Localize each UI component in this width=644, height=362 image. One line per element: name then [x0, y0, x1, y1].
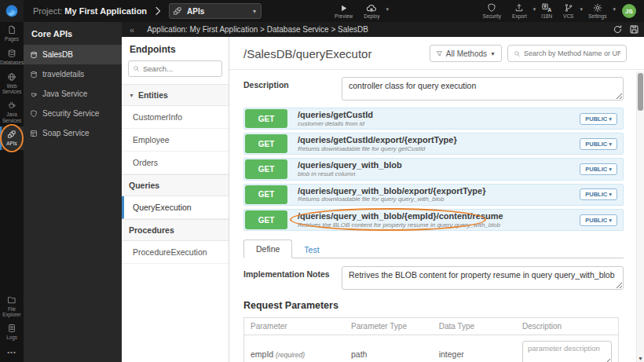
- endpoint-description: Retrives the BLOB content for property r…: [298, 221, 580, 229]
- endpoints-section-queries[interactable]: Queries: [122, 174, 229, 196]
- top-bar: Project: My First Application APIs ▾ Pre…: [0, 0, 644, 22]
- i18n-translate-icon: A: [542, 3, 552, 13]
- cloud-upload-icon: [366, 3, 377, 13]
- sidebar-item-databases[interactable]: Databases: [0, 46, 24, 69]
- core-api-item-soap-service[interactable]: Soap Service: [24, 123, 122, 143]
- column-header-parameter: Parameter: [244, 318, 346, 335]
- i18n-button[interactable]: A I18N: [541, 3, 552, 19]
- vcs-button[interactable]: VCS: [563, 3, 573, 19]
- methods-filter-dropdown[interactable]: All Methods ▼: [430, 45, 502, 62]
- main-content: /SalesDB/queryExecutor All Methods ▼ Des…: [229, 37, 644, 362]
- api-node-icon: [7, 130, 16, 139]
- user-avatar[interactable]: JS: [622, 4, 636, 18]
- soap-icon: [30, 130, 38, 137]
- access-dropdown[interactable]: PUBLIC ▾: [580, 163, 617, 175]
- sidebar-item-logs[interactable]: Logs: [0, 320, 24, 344]
- sidebar-item-file-explorer[interactable]: File Explorer: [0, 292, 24, 320]
- rail-overflow-menu[interactable]: •••: [0, 344, 24, 362]
- endpoint-row-selected[interactable]: GET /queries/query_with_blob/{empId}/con…: [243, 209, 624, 231]
- gear-icon: [593, 3, 602, 13]
- topbar-left-actions: Preview Deploy ▾: [329, 3, 389, 19]
- caret-down-icon: ▼: [129, 93, 134, 98]
- required-flag: (required): [276, 351, 305, 359]
- scrollbar-down-arrow[interactable]: ▼: [637, 356, 644, 361]
- param-description-textarea[interactable]: [522, 341, 612, 362]
- app-logo[interactable]: [0, 0, 24, 22]
- save-button[interactable]: [629, 24, 639, 35]
- search-icon: [133, 65, 140, 72]
- endpoints-search-input[interactable]: [143, 64, 218, 73]
- endpoint-item-queryexecution[interactable]: QueryExecution: [122, 196, 229, 219]
- chevron-right-icon: [154, 6, 162, 16]
- workspace-selector-dropdown[interactable]: APIs ▾: [169, 3, 262, 19]
- tab-test[interactable]: Test: [292, 241, 331, 258]
- core-api-item-java-service[interactable]: Java Service: [24, 84, 122, 104]
- endpoints-search-box[interactable]: [128, 60, 222, 77]
- endpoint-description: blob in result column: [298, 170, 580, 178]
- description-label: Description: [243, 77, 342, 101]
- chevron-down-icon[interactable]: ▾: [386, 6, 389, 13]
- sidebar-item-pages[interactable]: Pages: [0, 22, 24, 46]
- sidebar-item-apis[interactable]: APIs: [0, 126, 24, 150]
- export-button[interactable]: Export: [512, 3, 527, 19]
- scrollbar-thumb[interactable]: [638, 73, 643, 111]
- access-dropdown[interactable]: PUBLIC ▾: [580, 138, 617, 150]
- endpoint-url: /queries/getCustId: [298, 110, 580, 120]
- funnel-icon: [436, 50, 443, 57]
- method-search-box[interactable]: [507, 45, 627, 62]
- table-row: empId (required) path integer: [244, 335, 619, 362]
- tab-define[interactable]: Define: [243, 240, 292, 258]
- shield-icon: [487, 3, 496, 13]
- access-dropdown[interactable]: PUBLIC ▾: [580, 188, 617, 200]
- main-header: /SalesDB/queryExecutor All Methods ▼: [229, 37, 644, 70]
- left-navigation-rail: Pages Databases Web Services Java Servic…: [0, 22, 24, 362]
- refresh-button[interactable]: [613, 24, 623, 35]
- access-dropdown[interactable]: PUBLIC ▾: [580, 113, 617, 125]
- coffee-icon: [30, 90, 38, 98]
- endpoint-row[interactable]: GET /queries/getCustId/export/{exportTyp…: [243, 133, 624, 155]
- endpoint-description: customer details from id: [298, 120, 580, 128]
- endpoint-description: Returns downloadable file for query getC…: [298, 145, 580, 153]
- log-file-icon: [7, 324, 16, 333]
- core-api-item-security-service[interactable]: Security Service: [24, 104, 122, 123]
- endpoint-item-procedureexecution[interactable]: ProcedureExecution: [122, 241, 229, 264]
- method-search-input[interactable]: [524, 49, 620, 57]
- implementation-notes-textarea[interactable]: Retrives the BLOB content for property r…: [342, 266, 624, 290]
- settings-button[interactable]: Settings: [588, 3, 607, 19]
- save-icon: [629, 24, 639, 35]
- core-apis-panel: Core APIs SalesDB traveldetails Java Ser…: [24, 22, 122, 362]
- endpoint-url: /queries/getCustId/export/{exportType}: [298, 135, 580, 145]
- description-textarea[interactable]: controller class for query execution: [342, 77, 624, 101]
- chevron-down-icon: ▾: [253, 8, 256, 15]
- endpoint-item-customerinfo[interactable]: CustomerInfo: [122, 106, 229, 129]
- sidebar-item-web-services[interactable]: Web Services: [0, 69, 24, 97]
- endpoints-section-entities[interactable]: ▼ Entities: [122, 84, 229, 106]
- chevron-down-icon[interactable]: ▾: [613, 6, 616, 13]
- endpoints-title: Endpoints: [122, 37, 229, 60]
- endpoints-section-procedures[interactable]: Procedures: [122, 219, 229, 241]
- endpoint-item-orders[interactable]: Orders: [122, 152, 229, 174]
- vertical-scrollbar[interactable]: ▼: [636, 71, 644, 362]
- data-type-cell: integer: [433, 335, 516, 362]
- core-apis-title: Core APIs: [24, 22, 122, 45]
- core-api-item-traveldetails[interactable]: traveldetails: [24, 64, 122, 84]
- preview-button[interactable]: Preview: [335, 4, 353, 19]
- endpoint-row[interactable]: GET /queries/query_with_blob blob in res…: [243, 158, 624, 180]
- chevron-down-icon[interactable]: ▾: [533, 6, 536, 13]
- rail-bottom-group: File Explorer Logs •••: [0, 292, 24, 362]
- collapse-panel-button[interactable]: «: [125, 25, 139, 35]
- sidebar-item-java-services[interactable]: Java Services: [0, 97, 24, 126]
- core-api-item-salesdb[interactable]: SalesDB: [24, 45, 122, 64]
- endpoint-item-employee[interactable]: Employee: [122, 129, 229, 152]
- page-icon: [7, 25, 16, 35]
- column-header-parameter-type: Parameter Type: [345, 318, 433, 335]
- security-button[interactable]: Security: [483, 3, 501, 19]
- deploy-button[interactable]: Deploy: [364, 3, 379, 19]
- endpoint-row[interactable]: GET /queries/getCustId customer details …: [243, 108, 624, 130]
- app-window: Project: My First Application APIs ▾ Pre…: [0, 0, 644, 362]
- folder-icon: [7, 295, 16, 305]
- endpoint-row[interactable]: GET /queries/query_with_blob/export/{exp…: [243, 184, 624, 206]
- database-icon: [30, 51, 38, 59]
- chevron-down-icon: ▼: [490, 51, 496, 57]
- access-dropdown[interactable]: PUBLIC ▾: [580, 214, 617, 226]
